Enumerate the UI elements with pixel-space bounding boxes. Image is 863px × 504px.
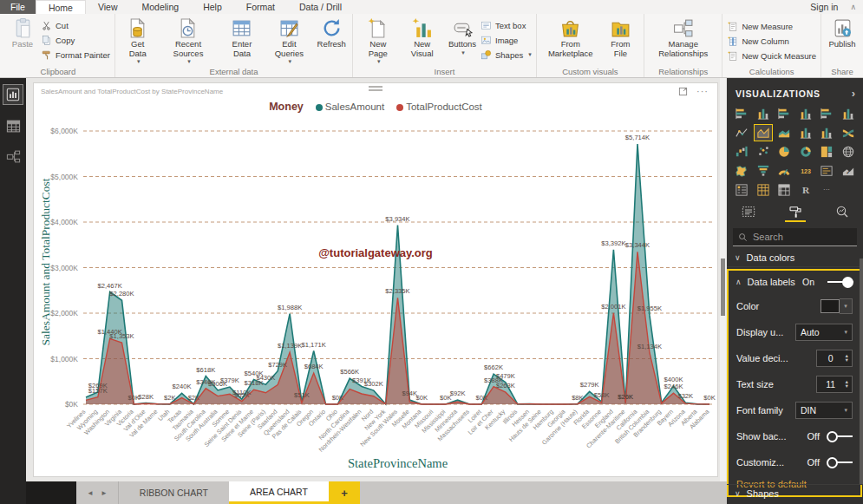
visual-type-area-chart[interactable] xyxy=(755,125,773,141)
data-labels-header[interactable]: ∧ Data labels On xyxy=(729,271,860,293)
new-quick-measure-button[interactable]: New Quick Measure xyxy=(727,49,816,62)
visual-type-multi-row-card[interactable] xyxy=(818,163,836,179)
copy-button[interactable]: Copy xyxy=(41,33,110,47)
data-label-totalproductcost: $1,139K xyxy=(278,342,302,350)
report-view-button[interactable] xyxy=(3,84,23,105)
model-view-button[interactable] xyxy=(3,147,23,166)
manage-relationships-button[interactable]: Manage Relationships xyxy=(649,16,717,59)
visual-type-slicer[interactable] xyxy=(733,182,751,198)
visual-type-map[interactable] xyxy=(840,144,858,160)
visual-type-stacked-bar-chart[interactable] xyxy=(733,106,751,121)
format-painter-button[interactable]: Format Painter xyxy=(41,48,110,62)
analytics-tab[interactable] xyxy=(832,205,853,222)
font-family-dropdown[interactable]: DIN▾ xyxy=(795,402,853,419)
data-label-salesamount: $2K xyxy=(164,394,176,402)
fields-tab[interactable] xyxy=(738,205,759,222)
paste-button[interactable]: Paste xyxy=(6,16,39,50)
tab-modeling[interactable]: Modeling xyxy=(130,0,192,14)
area-chart-visual[interactable]: SalesAmount and TotalProductCost by Stat… xyxy=(33,82,718,477)
visual-type-table[interactable] xyxy=(755,182,773,198)
shapes-button[interactable]: Shapes xyxy=(481,48,532,62)
buttons-button[interactable]: Buttons xyxy=(446,16,479,56)
visual-type-matrix[interactable] xyxy=(775,182,794,198)
visual-type-line-and-stacked-column-chart[interactable] xyxy=(797,125,815,141)
copy-icon xyxy=(41,35,52,46)
image-button[interactable]: Image xyxy=(481,33,532,47)
visual-type-stacked-area-chart[interactable] xyxy=(775,125,794,141)
next-page-icon[interactable]: ► xyxy=(101,489,108,497)
text-size-stepper[interactable]: 11▲▼ xyxy=(816,376,853,393)
cut-button[interactable]: Cut xyxy=(41,18,110,32)
data-view-button[interactable] xyxy=(3,116,23,135)
tab-view[interactable]: View xyxy=(86,0,130,14)
visual-type-funnel[interactable] xyxy=(755,163,773,179)
value-decimal-stepper[interactable]: 0▲▼ xyxy=(816,350,853,367)
visual-type-stacked-column-chart[interactable] xyxy=(755,106,773,121)
visual-type-waterfall-chart[interactable] xyxy=(733,144,751,160)
visual-type-100-stacked-column-chart[interactable] xyxy=(840,106,858,121)
data-labels-toggle[interactable] xyxy=(827,277,853,288)
visual-type-100-stacked-bar-chart[interactable] xyxy=(818,106,836,121)
new-measure-button[interactable]: New Measure xyxy=(727,19,816,33)
tab-help[interactable]: Help xyxy=(191,0,234,14)
visual-type-clustered-column-chart[interactable] xyxy=(797,106,815,121)
visual-type-more-options[interactable]: ··· xyxy=(818,182,836,198)
collapse-pane-icon[interactable]: › xyxy=(852,87,856,100)
visual-type-gauge[interactable] xyxy=(775,163,794,179)
tab-file[interactable]: File xyxy=(0,0,36,14)
publish-button[interactable]: Publish xyxy=(826,16,859,50)
show-background-toggle[interactable] xyxy=(827,431,853,442)
visual-type-pie-chart[interactable] xyxy=(775,144,794,160)
visual-type-scatter-chart[interactable] xyxy=(755,144,773,160)
prev-page-icon[interactable]: ◄ xyxy=(87,489,94,497)
visual-type-filled-map[interactable] xyxy=(733,163,751,179)
data-label-totalproductcost: $2,335K xyxy=(385,287,409,295)
edit-queries-button[interactable]: Edit Queries xyxy=(265,16,313,66)
view-switcher-rail xyxy=(0,78,26,504)
visual-type-line-and-clustered-column-chart[interactable] xyxy=(818,125,836,141)
canvas-scrollbar[interactable] xyxy=(720,78,726,481)
add-page-button[interactable]: + xyxy=(329,481,360,504)
recent-sources-button[interactable]: Recent Sources xyxy=(158,16,219,66)
visual-type-r-script-visual[interactable]: R xyxy=(797,182,815,198)
data-label-salesamount: $3,934K xyxy=(385,215,409,223)
enter-data-button[interactable]: Enter Data xyxy=(220,16,263,59)
collapse-ribbon-icon[interactable]: ∧ xyxy=(850,3,856,11)
from-marketplace-button[interactable]: From Marketplace xyxy=(541,16,600,59)
customize-state: Off xyxy=(807,457,820,468)
visual-type-line-chart[interactable] xyxy=(733,125,751,141)
customize-toggle[interactable] xyxy=(827,457,853,468)
refresh-button[interactable]: Refresh xyxy=(315,16,348,50)
new-column-button[interactable]: New Column xyxy=(727,34,816,48)
from-file-button[interactable]: From File xyxy=(602,16,639,59)
visual-type-kpi[interactable]: ✓ xyxy=(840,163,858,179)
area-chart-plot[interactable]: $0K$1,000K$2,000K$3,000K$4,000K$5,000K$6… xyxy=(34,83,719,478)
format-tab[interactable] xyxy=(785,205,806,222)
section-data-colors[interactable]: ∨ Data colors xyxy=(727,249,863,267)
visual-type-ribbon-chart[interactable] xyxy=(840,125,858,141)
section-shapes[interactable]: ∨ Shapes xyxy=(727,484,863,502)
visual-type-card[interactable]: 123 xyxy=(797,163,815,179)
text-box-button[interactable]: Text box xyxy=(481,18,532,32)
manage-relationships-icon xyxy=(672,17,694,39)
pane-scrollbar[interactable] xyxy=(860,259,863,484)
tab-format[interactable]: Format xyxy=(234,0,287,14)
format-search-input[interactable]: Search xyxy=(733,228,857,246)
tab-data-drill[interactable]: Data / Drill xyxy=(287,0,354,14)
data-label-salesamount: $379K xyxy=(220,376,239,384)
sign-in-link[interactable]: Sign in xyxy=(810,2,838,12)
page-tab-ribbon-chart[interactable]: RIBBON CHART xyxy=(118,481,229,504)
data-label-salesamount: $1,955K xyxy=(637,304,662,312)
tab-home[interactable]: Home xyxy=(36,0,86,14)
new-visual-button[interactable]: New Visual xyxy=(400,16,444,59)
report-canvas[interactable]: SalesAmount and TotalProductCost by Stat… xyxy=(26,78,727,481)
display-units-dropdown[interactable]: Auto▾ xyxy=(795,324,853,341)
new-page-button[interactable]: New Page xyxy=(357,16,398,66)
visual-type-donut-chart[interactable] xyxy=(797,144,815,160)
visual-type-treemap[interactable] xyxy=(818,144,836,160)
x-axis-title: StateProvinceName xyxy=(83,456,712,471)
color-picker[interactable]: ▾ xyxy=(821,298,853,314)
visual-type-clustered-bar-chart[interactable] xyxy=(775,106,794,121)
get-data-button[interactable]: Get Data xyxy=(120,16,156,66)
page-tab-area-chart[interactable]: AREA CHART xyxy=(229,481,329,504)
